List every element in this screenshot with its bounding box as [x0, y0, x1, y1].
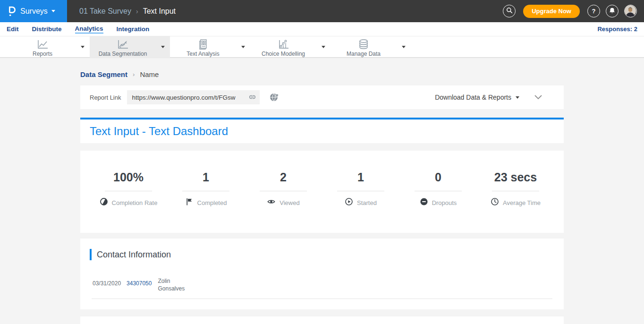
stat-value: 2	[245, 171, 322, 184]
page-title: Text Input	[143, 7, 176, 16]
bell-icon	[609, 7, 616, 16]
toolbar-group-data-segmentation: Data Segmentation	[90, 36, 170, 58]
caret-down-icon	[81, 46, 85, 48]
stat-value: 1	[322, 171, 399, 184]
divider	[415, 191, 462, 191]
search-button[interactable]	[503, 5, 516, 17]
breadcrumb-data-segment-link[interactable]: Data Segment	[80, 70, 127, 78]
download-data-reports-label: Download Data & Reports	[435, 94, 511, 101]
caret-down-icon	[241, 46, 245, 48]
stat-label: Dropouts	[432, 199, 457, 206]
stat-viewed: 2 Viewed	[245, 171, 322, 233]
eye-icon	[267, 197, 276, 208]
manage-data-dropdown-caret[interactable]	[397, 36, 411, 58]
caret-down-icon	[402, 46, 406, 48]
product-label: Surveys	[20, 7, 48, 16]
play-circle-icon	[345, 197, 353, 208]
breadcrumb: Data Segment › Name	[80, 69, 644, 79]
clock-icon	[491, 197, 499, 208]
database-icon	[356, 39, 371, 50]
surveys-product-menu[interactable]: Surveys	[0, 0, 67, 22]
tab-distribute[interactable]: Distribute	[32, 26, 62, 33]
caret-down-icon	[516, 96, 519, 99]
toolbar-group-reports: Reports	[9, 36, 90, 58]
dashboard-title: Text Input - Text Dashboard	[90, 125, 228, 138]
toolbar-group-choice-modelling: Choice Modelling	[250, 36, 330, 58]
header-breadcrumb: 01 Take Survey › Text Input	[79, 7, 176, 16]
divider	[182, 191, 229, 191]
toolbar-item-label: Choice Modelling	[262, 51, 305, 57]
divider	[337, 191, 384, 191]
stat-value: 1	[167, 171, 245, 184]
analytics-toolbar: Reports Data Segmentation Text Analysis	[0, 36, 644, 58]
survey-tabs: Edit Distribute Analytics Integration Re…	[0, 22, 644, 36]
tab-edit[interactable]: Edit	[7, 26, 19, 33]
breadcrumb-current: Name	[140, 70, 159, 78]
page-content: Data Segment › Name Report Link	[0, 58, 644, 324]
survey-stats-card: 100% Completion Rate 1 Completed	[80, 151, 564, 233]
report-link-input[interactable]	[127, 90, 260, 104]
minus-circle-icon	[420, 197, 428, 208]
choice-modelling-dropdown-caret[interactable]	[316, 36, 330, 58]
questionpro-analytics-screen: Surveys 01 Take Survey › Text Input Upgr…	[0, 0, 644, 324]
stat-dropouts: 0 Dropouts	[399, 171, 477, 233]
stat-label: Completed	[197, 199, 227, 206]
caret-down-icon	[322, 46, 325, 48]
response-id-link[interactable]: 34307050	[127, 277, 152, 292]
help-button[interactable]: ?	[587, 5, 600, 17]
response-date: 03/31/2020	[93, 277, 121, 292]
contact-information-heading: Contact Information	[97, 250, 171, 260]
secure-globe-icon[interactable]	[269, 93, 280, 102]
accent-bar	[90, 249, 92, 260]
stat-completion-rate: 100% Completion Rate	[90, 171, 167, 233]
stat-value: 23 secs	[477, 171, 554, 184]
upgrade-now-button[interactable]: Upgrade Now	[523, 5, 580, 18]
divider	[260, 191, 307, 191]
toolbar-group-text-analysis: Text Analysis	[170, 36, 250, 58]
respondent-name: Zolin Gonsalves	[158, 277, 187, 292]
flag-icon	[185, 197, 194, 208]
toolbar-item-manage-data[interactable]: Manage Data	[330, 36, 397, 58]
breadcrumb-separator: ›	[133, 71, 135, 78]
stat-value: 0	[399, 171, 477, 184]
report-link-bar: Report Link Download Data & Reports	[80, 85, 564, 109]
header-actions: Upgrade Now ?	[503, 5, 644, 18]
stat-label: Viewed	[280, 199, 299, 206]
data-segmentation-dropdown-caret[interactable]	[156, 36, 170, 58]
search-icon	[506, 7, 513, 15]
tab-integration[interactable]: Integration	[117, 26, 150, 33]
download-data-reports-dropdown[interactable]: Download Data & Reports	[435, 94, 519, 101]
toolbar-item-label: Data Segmentation	[99, 51, 147, 57]
scatter-chart-icon	[276, 39, 290, 50]
link-icon[interactable]	[248, 94, 256, 102]
line-chart-icon	[35, 39, 50, 50]
responses-count[interactable]: Responses: 2	[597, 26, 637, 33]
tab-analytics[interactable]: Analytics	[75, 25, 103, 34]
toolbar-item-choice-modelling[interactable]: Choice Modelling	[250, 36, 316, 58]
toolbar-item-reports[interactable]: Reports	[9, 36, 76, 58]
section-header: Contact Information	[90, 249, 554, 260]
toolbar-item-text-analysis[interactable]: Text Analysis	[170, 36, 236, 58]
divider	[105, 191, 152, 191]
divider	[492, 191, 539, 191]
stat-label: Average Time	[503, 199, 541, 206]
questionpro-logo-icon	[7, 5, 16, 17]
breadcrumb-separator: ›	[136, 8, 138, 15]
user-avatar[interactable]	[624, 5, 637, 17]
notifications-button[interactable]	[606, 5, 619, 17]
survey-name-link[interactable]: 01 Take Survey	[79, 7, 131, 16]
stat-label: Started	[357, 199, 377, 206]
next-section-card	[80, 316, 564, 324]
stat-average-time: 23 secs Average Time	[477, 171, 554, 233]
toolbar-item-label: Reports	[33, 51, 52, 57]
trend-lines-icon	[116, 39, 130, 50]
toolbar-item-data-segmentation[interactable]: Data Segmentation	[90, 36, 156, 58]
text-analysis-dropdown-caret[interactable]	[236, 36, 250, 58]
collapse-bar-chevron[interactable]	[534, 95, 542, 100]
reports-dropdown-caret[interactable]	[76, 36, 90, 58]
report-link-label: Report Link	[90, 94, 121, 101]
caret-down-icon	[161, 46, 165, 48]
divider	[92, 298, 552, 299]
text-document-icon	[196, 39, 210, 50]
top-header: Surveys 01 Take Survey › Text Input Upgr…	[0, 0, 644, 22]
